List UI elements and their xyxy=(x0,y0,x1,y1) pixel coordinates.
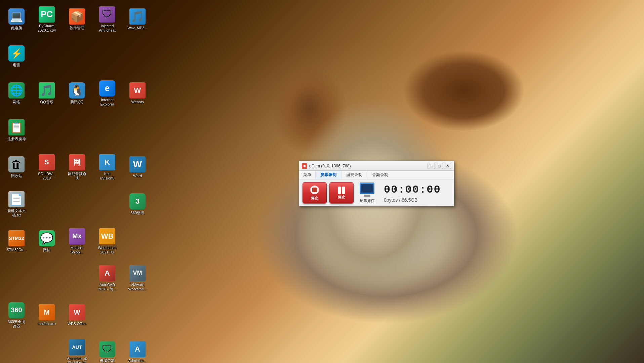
ocam-stop-label: 停止 xyxy=(311,196,318,201)
icon-stm32[interactable]: STM32 STM32Cu... xyxy=(2,225,31,258)
pycharm-icon: PC xyxy=(39,6,55,23)
qqmusic-icon: 🎵 xyxy=(39,82,55,98)
icon-txqq[interactable]: 🐧 腾讯QQ xyxy=(62,77,92,110)
biaodan-icon: 📋 xyxy=(8,119,25,135)
icon-label-ie: InternetExplorer xyxy=(100,98,114,107)
icon-label-wangyi: 网易音频道典 xyxy=(68,172,86,180)
pause-bar-1 xyxy=(338,187,341,194)
stm32-icon: STM32 xyxy=(8,230,25,246)
icon-matlab[interactable]: M matlab.exe xyxy=(32,298,62,332)
icon-label-webots: Webots xyxy=(131,100,144,104)
icon-label-network: 网络 xyxy=(13,100,20,104)
mathpix-icon: Mx xyxy=(69,228,85,244)
diannaomgr-icon: 🛡 xyxy=(99,341,115,357)
wangyi-icon: 网 xyxy=(69,154,85,170)
icon-label-wps: WPS Office xyxy=(68,322,87,326)
matlab-icon: M xyxy=(39,304,55,320)
icon-solidw[interactable]: S SOLIDW...2019 xyxy=(32,151,62,184)
icon-label-workbench: Workbench2021 R1 xyxy=(98,246,116,254)
desktop-icon-grid: 💻 此电脑 PC PyCharm2020.1 x64 📦 软件管理 🛡 Inje… xyxy=(0,0,155,363)
icon-label-autocad: AutoCAD2020 - 简... xyxy=(98,283,116,291)
icon-network[interactable]: 🌐 网络 xyxy=(2,77,31,110)
icon-ie[interactable]: e InternetExplorer xyxy=(92,77,122,110)
ocam-menu[interactable]: 菜单 xyxy=(299,171,315,179)
txt-icon: 📄 xyxy=(8,191,25,207)
icon-recycle[interactable]: 🗑 回收站 xyxy=(2,151,31,184)
icon-label-qqmusic: QQ音乐 xyxy=(40,100,53,104)
ocam-titlebar[interactable]: ⏺ oCam (0, 0, 1366, 768) ─ □ ✕ xyxy=(299,161,454,171)
icon-txt[interactable]: 📄 新建文本文档.txt xyxy=(2,188,31,221)
monitor-icon xyxy=(360,183,374,194)
computer-icon: 💻 xyxy=(8,8,25,25)
icon-360wall[interactable]: 3 360壁纸 xyxy=(123,188,152,221)
ocam-window-controls: ─ □ ✕ xyxy=(428,163,451,169)
ocam-tab-screen[interactable]: 屏幕录制 xyxy=(315,171,341,179)
icon-label-mathpix: MathpixSnippi... xyxy=(70,246,84,254)
360safe-icon: 360 xyxy=(8,302,25,318)
icon-label-wechat: 微信 xyxy=(43,248,50,252)
vmware-icon: VM xyxy=(129,265,146,281)
icon-label-computer: 此电脑 xyxy=(11,26,22,30)
ocam-tab-game[interactable]: 游戏录制 xyxy=(341,171,367,179)
ocam-stop-record-button[interactable]: 停止 xyxy=(303,182,327,204)
icon-label-matlab: matlab.exe xyxy=(38,322,56,326)
ocam-tab-audio[interactable]: 音频录制 xyxy=(367,171,393,179)
icon-wav[interactable]: 🎵 Wav_MP3... xyxy=(123,3,152,36)
ocam-capture-button[interactable]: 屏幕捕获 xyxy=(356,182,378,204)
stop-square-inner xyxy=(312,188,317,192)
ocam-close-button[interactable]: ✕ xyxy=(444,163,451,169)
ocam-size-display: 0bytes / 66.5GB xyxy=(384,197,450,203)
icon-software[interactable]: 📦 软件管理 xyxy=(62,3,92,36)
icon-wps[interactable]: W WPS Office xyxy=(62,298,92,332)
keil-icon: K xyxy=(99,154,115,170)
ocam-window: ⏺ oCam (0, 0, 1366, 768) ─ □ ✕ 菜单 屏幕录制 游… xyxy=(299,161,454,206)
monitor-screen xyxy=(361,184,373,193)
icon-label-txt: 新建文本文档.txt xyxy=(7,209,26,217)
icon-wechat[interactable]: 💬 微信 xyxy=(32,225,62,258)
icon-computer[interactable]: 💻 此电脑 xyxy=(2,3,31,36)
ocam-pause-label: 停止 xyxy=(338,195,345,200)
admin-icon: A xyxy=(129,341,146,357)
ocam-minimize-button[interactable]: ─ xyxy=(428,163,435,169)
icon-keil[interactable]: K KeiluVision5 xyxy=(92,151,122,184)
icon-vmware[interactable]: VM VMwareWorkstati... xyxy=(123,261,152,295)
icon-mathpix[interactable]: Mx MathpixSnippi... xyxy=(62,225,92,258)
autocad-icon: A xyxy=(99,265,115,281)
icon-autodesk[interactable]: AUT Autodesk 桌面应用程序 xyxy=(62,335,92,363)
stop-icon xyxy=(310,186,319,194)
icon-wangyi[interactable]: 网 网易音频道典 xyxy=(62,151,92,184)
icon-word[interactable]: W Word xyxy=(123,151,152,184)
ocam-content: 停止 停止 屏幕捕获 00:00:00 0bytes / 66.5GB xyxy=(299,179,454,206)
icon-label-software: 软件管理 xyxy=(70,26,84,30)
icon-webots[interactable]: W Webots xyxy=(123,77,152,110)
icon-360safe[interactable]: 360 360安全浏览器 xyxy=(2,298,31,332)
icon-label-stm32: STM32Cu... xyxy=(7,248,27,252)
network-icon: 🌐 xyxy=(8,82,25,98)
icon-label-biaodan: 注册表魔导 xyxy=(7,137,26,141)
icon-xunlei[interactable]: ⚡ 迅雷 xyxy=(2,40,31,73)
icon-pycharm[interactable]: PC PyCharm2020.1 x64 xyxy=(32,3,62,36)
icon-workbench[interactable]: WB Workbench2021 R1 xyxy=(92,225,122,258)
icon-injected[interactable]: 🛡 InjectedAnti-cheat xyxy=(92,3,122,36)
icon-label-pycharm: PyCharm2020.1 x64 xyxy=(38,24,56,33)
ocam-capture-label: 屏幕捕获 xyxy=(360,198,374,203)
ocam-maximize-button[interactable]: □ xyxy=(436,163,443,169)
wps-icon: W xyxy=(69,304,85,320)
workbench-icon: WB xyxy=(99,228,115,244)
icon-label-admin: Administr... xyxy=(128,359,147,363)
icon-qqmusic[interactable]: 🎵 QQ音乐 xyxy=(32,77,62,110)
icon-autocad[interactable]: A AutoCAD2020 - 简... xyxy=(92,261,122,295)
ie-icon: e xyxy=(99,80,115,96)
wav-icon: 🎵 xyxy=(129,8,146,25)
ocam-menubar: 菜单 屏幕录制 游戏录制 音频录制 xyxy=(299,171,454,179)
injected-icon: 🛡 xyxy=(99,6,115,23)
ocam-pause-button[interactable]: 停止 xyxy=(329,182,354,204)
ocam-app-icon: ⏺ xyxy=(302,163,307,169)
icon-diannaomgr[interactable]: 🛡 电脑管家 xyxy=(92,335,122,363)
icon-label-recycle: 回收站 xyxy=(11,174,22,178)
word-icon: W xyxy=(129,156,146,172)
software-icon: 📦 xyxy=(69,8,85,25)
icon-label-xunlei: 迅雷 xyxy=(13,63,20,67)
icon-biaodan[interactable]: 📋 注册表魔导 xyxy=(2,114,31,147)
icon-admin[interactable]: A Administr... xyxy=(123,335,152,363)
